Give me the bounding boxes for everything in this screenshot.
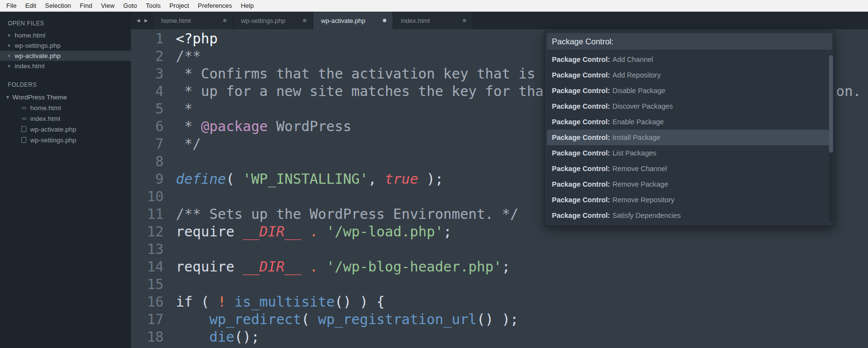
folder-name: WordPress Theme <box>13 94 67 101</box>
code-line-18[interactable]: 18 die(); <box>131 329 868 346</box>
palette-item-label: Disable Package <box>612 87 665 95</box>
line-number[interactable]: 19 <box>131 346 164 348</box>
menu-item-goto[interactable]: Goto <box>119 0 141 11</box>
line-number[interactable]: 17 <box>131 311 164 329</box>
line-number[interactable]: 16 <box>131 293 164 311</box>
menu-item-preferences[interactable]: Preferences <box>193 0 236 11</box>
code-token: (); <box>234 329 259 345</box>
code-line-14[interactable]: 14require __DIR__ . '/wp-blog-header.php… <box>131 258 868 276</box>
palette-item-list-packages[interactable]: Package Control:List Packages <box>547 145 832 161</box>
open-file-wp-activate.php[interactable]: wp-activate.php <box>0 51 131 61</box>
palette-scrollbar-thumb[interactable] <box>829 55 833 153</box>
tree-file-index.html[interactable]: <>index.html <box>0 113 131 124</box>
line-number[interactable]: 7 <box>131 135 164 153</box>
open-files-header: OPEN FILES <box>0 17 131 30</box>
tab-index.html[interactable]: index.html <box>393 12 473 29</box>
open-file-dot-icon <box>8 55 10 57</box>
line-number[interactable]: 3 <box>131 65 164 83</box>
line-number[interactable]: 18 <box>131 329 164 346</box>
open-file-home.html[interactable]: home.html <box>0 30 131 40</box>
code-token: /** Sets up the WordPress Environment. *… <box>176 206 519 222</box>
palette-item-remove-repository[interactable]: Package Control:Remove Repository <box>547 192 832 208</box>
palette-item-enable-package[interactable]: Package Control:Enable Package <box>547 114 832 130</box>
palette-item-label: Remove Channel <box>612 165 667 173</box>
forward-arrow-icon[interactable]: ▶ <box>145 18 148 23</box>
code-token: require <box>176 224 243 240</box>
menu-item-tools[interactable]: Tools <box>141 0 165 11</box>
menu-item-selection[interactable]: Selection <box>40 0 75 11</box>
open-files-list: home.htmlwp-settings.phpwp-activate.phpi… <box>0 30 131 71</box>
menu-item-view[interactable]: View <box>96 0 119 11</box>
modified-dot-icon <box>303 19 306 22</box>
command-palette: Package Control: Package Control:Add Cha… <box>544 30 835 226</box>
open-file-label: home.html <box>15 32 45 39</box>
line-number[interactable]: 2 <box>131 48 164 65</box>
palette-item-label: Discover Packages <box>612 102 673 110</box>
line-number[interactable]: 12 <box>131 223 164 241</box>
line-number[interactable]: 1 <box>131 30 164 48</box>
folders-section: FOLDERS ▾ WordPress Theme <>home.html<>i… <box>0 78 131 145</box>
tab-home.html[interactable]: home.html <box>153 12 233 29</box>
tree-file-wp-settings.php[interactable]: wp-settings.php <box>0 135 131 145</box>
code-token: /** <box>176 48 201 64</box>
code-token: wp_registration_url <box>318 311 477 328</box>
code-line-16[interactable]: 16if ( ! is_multisite() ) { <box>131 293 868 311</box>
menu-item-find[interactable]: Find <box>75 0 96 11</box>
menu-bar: FileEditSelectionFindViewGotoToolsProjec… <box>0 0 868 12</box>
palette-item-disable-package[interactable]: Package Control:Disable Package <box>547 83 832 98</box>
code-text: /** Sets up the WordPress Environment. *… <box>164 206 519 223</box>
line-number[interactable]: 11 <box>131 206 164 223</box>
tree-file-home.html[interactable]: <>home.html <box>0 102 131 113</box>
palette-item-install-package[interactable]: Package Control:Install Package <box>547 130 832 145</box>
palette-item-prefix: Package Control: <box>552 196 610 204</box>
code-token: ; <box>443 224 452 240</box>
code-text <box>164 241 176 258</box>
line-number[interactable]: 8 <box>131 153 164 171</box>
code-token <box>176 329 209 345</box>
code-text: * <box>164 100 192 118</box>
code-line-13[interactable]: 13 <box>131 241 868 258</box>
palette-item-discover-packages[interactable]: Package Control:Discover Packages <box>547 98 832 114</box>
tab-label: wp-settings.php <box>241 17 285 24</box>
code-line-19[interactable]: 19} <box>131 346 868 348</box>
tab-wp-activate.php[interactable]: wp-activate.php <box>313 12 393 29</box>
code-token: , <box>368 171 385 187</box>
open-file-wp-settings.php[interactable]: wp-settings.php <box>0 40 131 51</box>
code-text <box>164 153 176 171</box>
palette-item-add-repository[interactable]: Package Control:Add Repository <box>547 67 832 83</box>
code-token: ! <box>218 294 226 310</box>
line-number[interactable]: 5 <box>131 100 164 118</box>
code-token: () ) { <box>335 294 385 310</box>
line-number[interactable]: 10 <box>131 188 164 206</box>
modified-dot-icon <box>223 19 226 22</box>
palette-item-satisfy-dependencies[interactable]: Package Control:Satisfy Dependencies <box>547 208 832 223</box>
menu-item-file[interactable]: File <box>2 0 21 11</box>
palette-item-remove-package[interactable]: Package Control:Remove Package <box>547 176 832 192</box>
menu-item-help[interactable]: Help <box>236 0 258 11</box>
code-token: define <box>176 171 226 187</box>
back-arrow-icon[interactable]: ◀ <box>137 18 140 23</box>
palette-item-add-channel[interactable]: Package Control:Add Channel <box>547 52 832 67</box>
menu-item-project[interactable]: Project <box>165 0 193 11</box>
tab-wp-settings.php[interactable]: wp-settings.php <box>233 12 313 29</box>
code-token: ); <box>418 171 443 187</box>
line-number[interactable]: 14 <box>131 258 164 276</box>
palette-input[interactable]: Package Control: <box>547 33 832 50</box>
code-line-17[interactable]: 17 wp_redirect( wp_registration_url() ); <box>131 311 868 329</box>
palette-item-remove-channel[interactable]: Package Control:Remove Channel <box>547 161 832 176</box>
open-file-index.html[interactable]: index.html <box>0 61 131 71</box>
folder-files-list: <>home.html<>index.htmlwp-activate.phpwp… <box>0 102 131 145</box>
palette-item-prefix: Package Control: <box>552 71 610 79</box>
palette-scrollbar-track[interactable] <box>829 54 833 222</box>
code-line-15[interactable]: 15 <box>131 276 868 293</box>
tree-file-wp-activate.php[interactable]: wp-activate.php <box>0 124 131 135</box>
menu-item-edit[interactable]: Edit <box>21 0 40 11</box>
code-token: die <box>209 329 234 345</box>
line-number[interactable]: 6 <box>131 118 164 135</box>
line-number[interactable]: 15 <box>131 276 164 293</box>
code-token <box>176 311 209 328</box>
line-number[interactable]: 9 <box>131 171 164 188</box>
line-number[interactable]: 13 <box>131 241 164 258</box>
sidebar-folder-wordpress-theme[interactable]: ▾ WordPress Theme <box>0 92 131 102</box>
line-number[interactable]: 4 <box>131 83 164 100</box>
